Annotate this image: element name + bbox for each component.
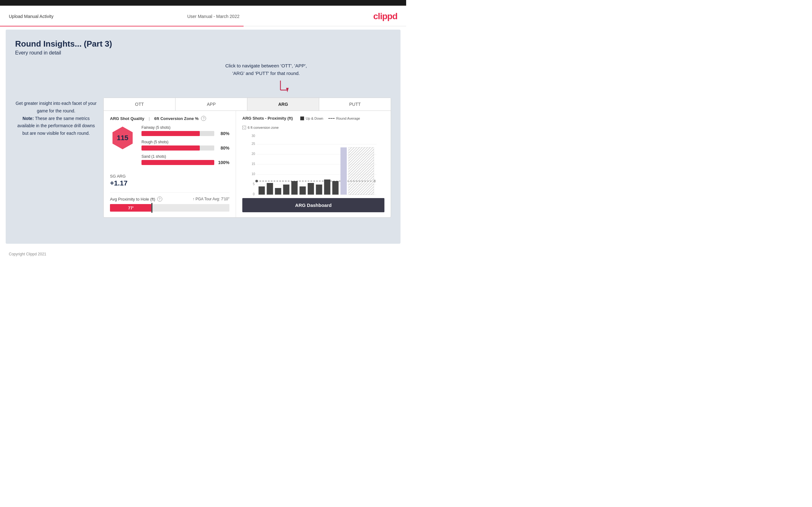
proximity-title: Avg Proximity to Hole (ft) ? — [110, 196, 162, 202]
svg-text:0: 0 — [253, 192, 255, 196]
footer: Copyright Clippd 2021 — [0, 247, 406, 261]
legend-conversion: 6 ft conversion zone — [242, 126, 278, 129]
proximity-label: Avg Proximity to Hole (ft) — [110, 197, 155, 202]
left-panel-text: Get greater insight into each facet of y… — [15, 100, 97, 137]
dashboard-card: OTT APP ARG PUTT ARG Shot Quality | 6ft … — [103, 98, 391, 218]
logo: clippd — [373, 11, 397, 21]
bar-fill-sand — [142, 160, 214, 165]
legend-round-avg-label: Round Average — [336, 116, 360, 120]
sg-value: +1.17 — [110, 179, 230, 187]
svg-rect-24 — [300, 186, 306, 194]
sg-label: SG ARG — [110, 174, 230, 178]
bar-row: Fairway (5 shots) 80% — [142, 125, 230, 136]
pga-avg: ↑ PGA Tour Avg: 7'10" — [193, 197, 230, 201]
svg-rect-31 — [349, 148, 374, 194]
bar-track-sand — [142, 160, 214, 165]
chart-bar — [259, 186, 265, 194]
arrow-icon — [277, 79, 293, 96]
bar-value-fairway: 80% — [217, 131, 230, 136]
svg-text:5: 5 — [253, 182, 255, 186]
bar-fill-rough — [142, 146, 200, 151]
annotation-text: Click to navigate between 'OTT', 'APP','… — [225, 62, 307, 77]
tab-app[interactable]: APP — [175, 98, 247, 111]
bar-label-rough: Rough (5 shots) — [142, 140, 230, 144]
header: Upload Manual Activity User Manual - Mar… — [0, 6, 406, 26]
bar-label-sand: Sand (1 shots) — [142, 154, 230, 159]
upload-label: Upload Manual Activity — [9, 14, 54, 19]
annotation-area: Click to navigate between 'OTT', 'APP','… — [103, 62, 391, 218]
bar-fill-fairway — [142, 131, 200, 136]
copyright: Copyright Clippd 2021 — [9, 252, 46, 256]
svg-text:8: 8 — [374, 179, 376, 183]
svg-text:10: 10 — [252, 172, 256, 176]
bar-label-fairway: Fairway (5 shots) — [142, 125, 230, 130]
top-bar — [0, 0, 406, 6]
left-panel: Get greater insight into each facet of y… — [15, 62, 97, 137]
content-layout: Get greater insight into each facet of y… — [15, 62, 391, 218]
note-label: Note: — [23, 116, 34, 121]
proximity-cursor — [151, 203, 153, 213]
bar-row-sand: Sand (1 shots) 100% — [142, 154, 230, 165]
svg-text:20: 20 — [252, 152, 256, 156]
proximity-help-icon[interactable]: ? — [157, 196, 162, 202]
svg-text:15: 15 — [252, 162, 256, 166]
bar-row-rough: Rough (5 shots) 80% — [142, 140, 230, 151]
bar-with-value-rough: 80% — [142, 146, 230, 151]
hex-value: 115 — [117, 134, 129, 142]
svg-text:30: 30 — [252, 134, 256, 137]
manual-label: User Manual - March 2022 — [187, 14, 240, 19]
chart-header: ARG Shots - Proximity (ft) Up & Down Rou… — [242, 116, 385, 129]
svg-point-19 — [256, 180, 258, 182]
svg-rect-25 — [308, 183, 314, 194]
bar-value-sand: 100% — [217, 160, 230, 165]
legend-updown-label: Up & Down — [306, 116, 323, 120]
svg-rect-26 — [316, 184, 322, 194]
legend-conversion-label: 6 ft conversion zone — [248, 126, 278, 129]
svg-text:25: 25 — [252, 142, 256, 146]
tab-arg[interactable]: ARG — [247, 98, 319, 111]
tabs-row: OTT APP ARG PUTT — [104, 98, 391, 111]
conversion-zone-label: 6ft Conversion Zone % — [154, 116, 199, 121]
proximity-bar-track: 77' — [110, 204, 230, 212]
svg-rect-29 — [341, 148, 347, 194]
card-body: ARG Shot Quality | 6ft Conversion Zone %… — [104, 111, 391, 217]
bars-section: Fairway (5 shots) 80% Rou — [142, 125, 230, 169]
bar-track-rough — [142, 146, 214, 151]
card-left: ARG Shot Quality | 6ft Conversion Zone %… — [104, 111, 236, 217]
hex-badge: 115 — [110, 125, 135, 151]
help-icon[interactable]: ? — [201, 116, 206, 121]
proximity-bar-fill: 77' — [110, 204, 152, 212]
bar-value-rough: 80% — [217, 146, 230, 151]
proximity-section: Avg Proximity to Hole (ft) ? ↑ PGA Tour … — [110, 192, 230, 212]
tab-putt[interactable]: PUTT — [319, 98, 391, 111]
legend-dashed-icon — [328, 118, 335, 119]
proximity-header: Avg Proximity to Hole (ft) ? ↑ PGA Tour … — [110, 196, 230, 202]
shot-quality-label: ARG Shot Quality — [110, 116, 144, 121]
bar-with-value-sand: 100% — [142, 160, 230, 165]
bar-with-value: 80% — [142, 131, 230, 136]
header-divider — [0, 26, 406, 26]
shot-quality-header: ARG Shot Quality | 6ft Conversion Zone %… — [110, 116, 230, 121]
main-content: Round Insights... (Part 3) Every round i… — [6, 30, 401, 244]
svg-rect-22 — [283, 184, 290, 194]
legend-square-icon — [300, 116, 304, 120]
svg-rect-21 — [275, 188, 282, 194]
section-subtitle: Every round in detail — [15, 50, 391, 56]
sg-section: SG ARG +1.17 — [110, 174, 230, 187]
card-right: ARG Shots - Proximity (ft) Up & Down Rou… — [236, 111, 391, 217]
proximity-bar-value: 77' — [128, 206, 134, 210]
bar-track — [142, 131, 214, 136]
svg-rect-23 — [292, 181, 298, 194]
svg-rect-28 — [333, 181, 339, 194]
chart-svg: 0 5 10 15 20 25 30 — [242, 134, 385, 197]
arg-dashboard-button[interactable]: ARG Dashboard — [242, 198, 385, 212]
hex-badge-container: 115 Fairway (5 shots) — [110, 125, 230, 169]
section-title: Round Insights... (Part 3) — [15, 39, 391, 49]
tab-ott[interactable]: OTT — [104, 98, 175, 111]
legend-round-avg: Round Average — [328, 116, 360, 120]
chart-title: ARG Shots - Proximity (ft) — [242, 116, 293, 121]
chart-area: 0 5 10 15 20 25 30 — [242, 134, 385, 197]
legend-updown: Up & Down — [300, 116, 323, 120]
svg-rect-20 — [267, 183, 273, 194]
svg-rect-27 — [324, 179, 331, 194]
